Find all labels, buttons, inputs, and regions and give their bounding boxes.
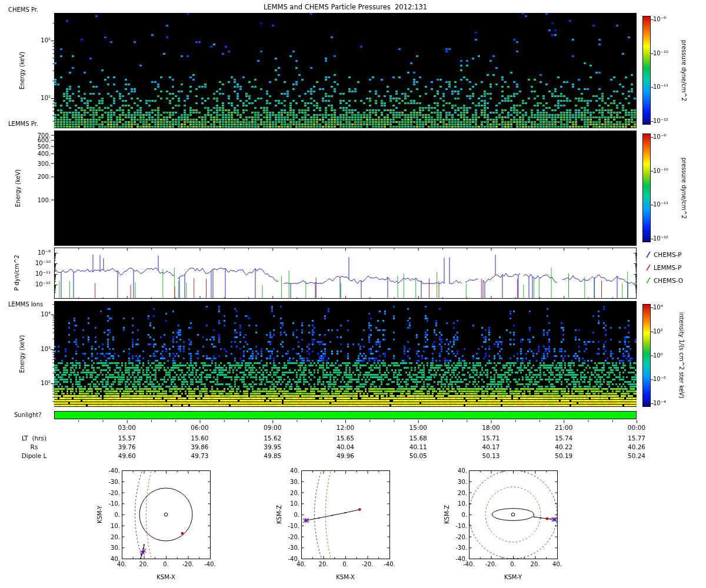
orbit-ytick-label: 0. bbox=[281, 512, 299, 519]
colorbar-label-pressure-bottom: pressure dyne/cm^2 bbox=[680, 158, 687, 219]
legend-label-chems-p: CHEMS-P bbox=[654, 251, 682, 258]
ephemeris-value: 50.24 bbox=[625, 452, 648, 459]
ephemeris-value: 39.86 bbox=[188, 443, 212, 450]
colorbar-tick-label: 10⁰ bbox=[653, 352, 663, 359]
ytick-label-ions: 10³ bbox=[24, 346, 51, 353]
time-tick-label: 03:00 bbox=[115, 424, 139, 431]
colorbar-tick-label: 10⁻⁹ bbox=[653, 133, 666, 141]
time-tick-label: 06:00 bbox=[188, 424, 212, 431]
ephemeris-value: 15.60 bbox=[188, 435, 212, 442]
colorbar-tick-label: 10⁻¹⁰ bbox=[653, 168, 668, 175]
ephemeris-value: 40.04 bbox=[334, 443, 357, 450]
orbit-xtick-label: 40. bbox=[111, 561, 132, 568]
time-tick-label: 15:00 bbox=[407, 424, 430, 431]
ytick-label-pressure: 10⁻¹⁰ bbox=[20, 260, 51, 267]
colorbar-tick-label: 10⁻¹² bbox=[653, 118, 668, 125]
colorbar-tick-label: 10⁻¹¹ bbox=[653, 201, 668, 208]
orbit-xtick-label: 20. bbox=[134, 561, 155, 568]
orbit-ytick-label: 30. bbox=[102, 544, 120, 552]
orbit-ytick-label: -10. bbox=[102, 500, 120, 507]
ytick-label-lemms: 300. bbox=[24, 161, 51, 168]
ephemeris-value: 50.19 bbox=[552, 452, 575, 459]
ytick-label-pressure: 10⁻¹¹ bbox=[20, 270, 51, 278]
time-tick-label: 00:00 bbox=[625, 424, 648, 431]
orbit-ytick-label: 20. bbox=[102, 534, 120, 541]
orbit-ytick-label: 20. bbox=[281, 490, 299, 497]
y-axis-label-chems: Energy (keV) bbox=[19, 52, 26, 89]
orbit-xtick-label: 20. bbox=[313, 561, 334, 568]
orbit1-xlabel: KSM-X bbox=[136, 574, 195, 581]
ephemeris-value: 49.60 bbox=[115, 452, 139, 459]
orbit-xtick-label: -20. bbox=[357, 561, 378, 568]
orbit-ytick-label: 0. bbox=[102, 512, 120, 519]
panel-label-chems: CHEMS Pr. bbox=[8, 6, 38, 14]
colorbar-tick-label: 10⁻² bbox=[653, 376, 666, 383]
orbit-xtick-label: 0. bbox=[502, 561, 524, 568]
legend-item-chems-o: CHEMS-O bbox=[645, 276, 683, 285]
orbit-ytick-label: -20. bbox=[449, 534, 467, 541]
ephemeris-value: 39.76 bbox=[115, 443, 139, 450]
orbit-ytick-label: 10. bbox=[102, 523, 120, 530]
particle-pressure-plot-page: LEMMS and CHEMS Particle Pressures 2012:… bbox=[0, 0, 706, 588]
ytick-label-lemms: 200. bbox=[24, 173, 51, 181]
colorbar-tick-label: 10⁻¹² bbox=[653, 235, 668, 242]
time-tick-label: 09:00 bbox=[261, 424, 284, 431]
ephemeris-value: 39.95 bbox=[261, 443, 284, 450]
ephemeris-value: 15.74 bbox=[552, 435, 575, 442]
ephemeris-value: 40.22 bbox=[552, 443, 575, 450]
orbit-ytick-label: -20. bbox=[281, 534, 299, 541]
orbit-ytick-label: 20. bbox=[449, 490, 467, 497]
orbit-ytick-label: -10. bbox=[449, 523, 467, 530]
ytick-label-lemms: 500. bbox=[24, 143, 51, 151]
orbit2-xlabel: KSM-X bbox=[316, 574, 375, 581]
time-tick-label: 21:00 bbox=[552, 424, 575, 431]
ytick-label-chems: 10² bbox=[24, 37, 51, 44]
panel-label-lemms: LEMMS Pr. bbox=[8, 121, 38, 128]
ytick-label-ions: 10⁴ bbox=[24, 311, 51, 318]
plot-title: LEMMS and CHEMS Particle Pressures 2012:… bbox=[54, 4, 637, 11]
y-axis-label-ions: Energy (keV) bbox=[19, 335, 26, 373]
colorbar-tick-label: 10⁻¹⁰ bbox=[653, 50, 668, 57]
orbit-xtick-label: -20. bbox=[481, 561, 502, 568]
colorbar-tick-label: 10⁻⁴ bbox=[653, 400, 666, 407]
ephemeris-value: 49.73 bbox=[188, 452, 212, 459]
orbit-ytick-label: -30. bbox=[449, 544, 467, 552]
orbit-ytick-label: 10. bbox=[281, 500, 299, 507]
orbit-ytick-label: 30. bbox=[281, 479, 299, 486]
ephemeris-value: 15.71 bbox=[479, 435, 503, 442]
orbit-ytick-label: -20. bbox=[102, 490, 120, 497]
legend-label-chems-o: CHEMS-O bbox=[654, 277, 683, 284]
ephemeris-value: 15.77 bbox=[625, 435, 648, 442]
legend-line-lemms-p-icon bbox=[645, 263, 652, 272]
orbit-ytick-label: -30. bbox=[281, 544, 299, 552]
orbit-ytick-label: -40. bbox=[102, 467, 120, 475]
colorbar-tick-label: 10² bbox=[653, 328, 663, 335]
orbit-xtick-label: 20. bbox=[525, 561, 546, 568]
legend-line-chems-p-icon bbox=[645, 250, 652, 259]
ephemeris-value: 15.65 bbox=[334, 435, 357, 442]
plot-canvas bbox=[0, 0, 706, 588]
legend-label-lemms-p: LEMMS-P bbox=[654, 264, 681, 271]
orbit-ytick-label: -10. bbox=[281, 523, 299, 530]
legend-item-chems-p: CHEMS-P bbox=[645, 250, 682, 259]
orbit-ytick-label: 0. bbox=[449, 512, 467, 519]
ephemeris-row-label-dipole: Dipole L bbox=[12, 452, 56, 459]
ephemeris-value: 50.05 bbox=[407, 452, 430, 459]
panel-label-sunlight: Sunlight? bbox=[14, 412, 42, 419]
ytick-label-ions: 10² bbox=[24, 380, 51, 387]
ephemeris-value: 50.13 bbox=[479, 452, 503, 459]
orbit-xtick-label: 40. bbox=[291, 561, 312, 568]
orbit3-xlabel: KSM-Y bbox=[484, 574, 542, 581]
orbit-xtick-label: 40. bbox=[547, 561, 568, 568]
ephemeris-value: 15.68 bbox=[407, 435, 430, 442]
colorbar-tick-label: 10⁻⁹ bbox=[653, 16, 666, 23]
orbit-ytick-label: 10. bbox=[449, 500, 467, 507]
ephemeris-value: 49.96 bbox=[334, 452, 357, 459]
legend-line-chems-o-icon bbox=[645, 276, 652, 285]
colorbar-label-pressure-top: pressure dyne/cm^2 bbox=[680, 40, 687, 101]
ephemeris-value: 15.57 bbox=[115, 435, 139, 442]
ytick-label-pressure: 10⁻⁹ bbox=[20, 249, 51, 256]
orbit-ytick-label: 30. bbox=[449, 479, 467, 486]
ephemeris-value: 49.85 bbox=[261, 452, 284, 459]
ephemeris-row-label-rs: Rs bbox=[12, 443, 56, 450]
